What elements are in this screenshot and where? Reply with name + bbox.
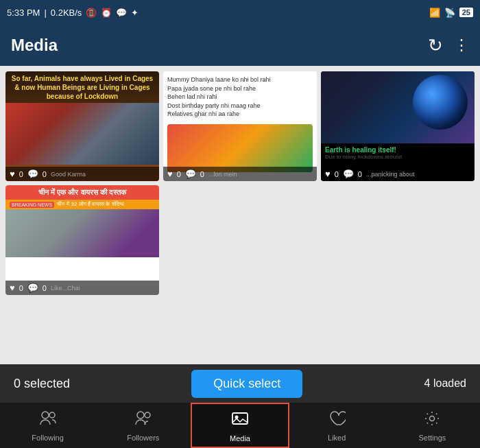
card3-title: Earth is healing itself! — [325, 146, 470, 154]
svg-point-6 — [430, 416, 435, 421]
settings-icon — [423, 410, 441, 432]
liked-label: Liked — [328, 434, 346, 442]
followers-icon — [134, 410, 152, 432]
no-sim-icon: 📵 — [86, 8, 97, 18]
card2-line2: Papa jyada sone pe nhi bol rahe — [167, 84, 313, 93]
nav-liked[interactable]: Liked — [289, 403, 385, 448]
card2-comment-icon: 💬 — [185, 169, 196, 179]
signal-icon: 📶 — [429, 8, 440, 18]
card2-heart-icon: ♥ — [167, 169, 173, 179]
svg-point-2 — [137, 412, 144, 418]
media-card-2[interactable]: Mummy Dhaniya laane ko nhi bol rahi Papa… — [163, 71, 317, 181]
svg-point-1 — [49, 412, 55, 418]
card4-ticker: BREAKING NEWS चीन में 32 लोग हैं वायरस क… — [5, 200, 159, 209]
card1-footer: ♥ 0 💬 0 Good Karma — [5, 167, 159, 181]
status-separator: | — [44, 8, 46, 18]
more-menu-button[interactable]: ⋮ — [454, 36, 469, 54]
media-card-3[interactable]: Earth is healing itself! Due to many loc… — [321, 71, 475, 181]
media-grid: So far, Animals have always Lived in Cag… — [5, 71, 475, 295]
following-label: Following — [32, 434, 63, 442]
card3-footer: ♥ 0 💬 0 ...panicking about — [321, 167, 475, 181]
following-icon — [39, 410, 57, 432]
selection-bar: 0 selected Quick select 4 loaded — [0, 364, 480, 403]
card4-ticker-text: चीन में 32 लोग हैं वायरस के शंदिग्ध — [57, 201, 123, 208]
card2-line3: Behen lad nhi rahi — [167, 93, 313, 102]
settings-label: Settings — [419, 434, 446, 442]
bottom-nav: Following Followers Media — [0, 403, 480, 448]
card4-comments: 0 — [43, 284, 47, 292]
card3-subtitle: Due to many lockdowns around — [325, 154, 470, 160]
nav-following[interactable]: Following — [0, 403, 95, 448]
liked-icon — [328, 410, 346, 432]
card1-image — [5, 103, 159, 165]
selected-count: 0 selected — [14, 377, 70, 391]
status-bar: 5:33 PM | 0.2KB/s 📵 ⏰ 💬 ✦ 📶 📡 25 — [0, 0, 480, 25]
card4-footer: ♥ 0 💬 0 Like...Chai — [5, 281, 159, 295]
alarm-icon: ⏰ — [101, 8, 112, 18]
nav-followers[interactable]: Followers — [95, 403, 191, 448]
card3-text: Earth is healing itself! Due to many loc… — [321, 143, 475, 163]
card2-text: Mummy Dhaniya laane ko nhi bol rahi Papa… — [163, 71, 317, 123]
app-title: Media — [11, 36, 58, 55]
card4-likes: 0 — [19, 284, 23, 292]
card1-likes: 0 — [19, 170, 23, 178]
loaded-count: 4 loaded — [424, 377, 466, 390]
card2-likes: 0 — [177, 170, 181, 178]
svg-point-0 — [42, 412, 49, 418]
media-icon — [230, 409, 250, 432]
media-card-1[interactable]: So far, Animals have always Lived in Cag… — [5, 71, 159, 181]
card3-heart-icon: ♥ — [325, 169, 331, 179]
card1-title: So far, Animals have always Lived in Cag… — [8, 74, 156, 101]
status-time: 5:33 PM — [7, 8, 40, 18]
card3-earth-sphere — [413, 75, 468, 130]
card3-comments: 0 — [358, 170, 362, 178]
card2-line5: Relatives ghar nhi aa rahe — [167, 110, 313, 119]
card2-line4: Dost birthday party nhi maag rahe — [167, 102, 313, 110]
notification-icon: ✦ — [131, 8, 139, 18]
status-right: 📶 📡 25 — [429, 8, 473, 18]
card1-comment-icon: 💬 — [27, 169, 38, 179]
status-speed: 0.2KB/s — [51, 8, 82, 18]
app-bar: Media ↻ ⋮ — [0, 25, 480, 66]
card4-header: चीन में एक और वायरस की दस्तक — [5, 185, 159, 200]
battery-indicator: 25 — [459, 8, 473, 17]
card3-image — [321, 71, 475, 143]
whatsapp-icon: 💬 — [116, 8, 127, 18]
card2-line1: Mummy Dhaniya laane ko nhi bol rahi — [167, 75, 313, 84]
followers-label: Followers — [127, 434, 159, 442]
card2-comments: 0 — [200, 170, 204, 178]
media-card-4[interactable]: चीन में एक और वायरस की दस्तक BREAKING NE… — [5, 185, 159, 295]
quick-select-button[interactable]: Quick select — [191, 370, 302, 398]
card2-footer-text: ...lon mein — [208, 171, 237, 178]
card1-comments: 0 — [43, 170, 47, 178]
card4-footer-text: Like...Chai — [51, 285, 80, 292]
media-label: Media — [230, 434, 250, 443]
card3-comment-icon: 💬 — [343, 169, 354, 179]
refresh-button[interactable]: ↻ — [428, 35, 443, 56]
card4-breaking-label: BREAKING NEWS — [10, 202, 54, 208]
status-left: 5:33 PM | 0.2KB/s 📵 ⏰ 💬 ✦ — [7, 8, 139, 18]
card1-footer-text: Good Karma — [51, 171, 86, 178]
card4-heart-icon: ♥ — [10, 283, 15, 293]
app-bar-actions: ↻ ⋮ — [428, 35, 469, 56]
card2-image — [167, 124, 313, 172]
svg-point-3 — [145, 412, 150, 418]
card3-likes: 0 — [335, 170, 339, 178]
wifi-icon: 📡 — [444, 8, 455, 18]
card3-footer-text: ...panicking about — [366, 171, 415, 178]
media-content: So far, Animals have always Lived in Cag… — [0, 66, 480, 364]
card4-comment-icon: 💬 — [27, 283, 38, 293]
card1-heart-icon: ♥ — [10, 169, 15, 179]
card4-image — [5, 209, 159, 257]
nav-settings[interactable]: Settings — [385, 403, 480, 448]
nav-media[interactable]: Media — [191, 403, 289, 448]
card2-footer: ♥ 0 💬 0 ...lon mein — [163, 167, 317, 181]
